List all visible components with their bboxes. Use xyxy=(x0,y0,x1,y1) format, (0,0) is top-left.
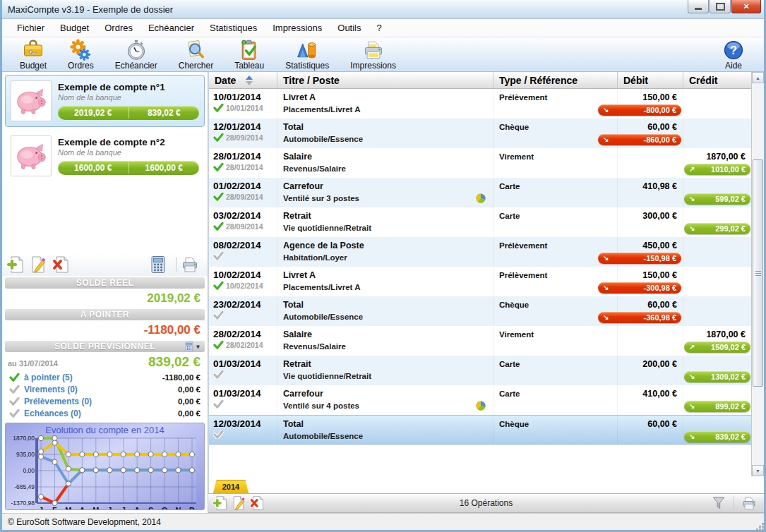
copyright-text: © EuroSoft Software Development, 2014 xyxy=(2,517,161,527)
check-gray-icon[interactable] xyxy=(213,252,224,260)
delete-icon[interactable] xyxy=(249,495,265,511)
table-row[interactable]: 03/02/2014 28/09/2014 Retrait Vie quotid… xyxy=(209,207,751,237)
ventilation-pie-icon xyxy=(476,312,486,322)
check-gray-icon[interactable] xyxy=(213,370,224,379)
table-row[interactable]: 01/03/2014 Carrefour Ventilé sur 4 poste… xyxy=(209,385,751,415)
column-header-debit[interactable]: Débit xyxy=(618,72,683,88)
toolbar-button-ordres[interactable]: Ordres xyxy=(57,38,104,71)
menu-item-outils[interactable]: Outils xyxy=(330,20,369,35)
forecast-value: 0,00 € xyxy=(178,385,201,394)
print-button[interactable] xyxy=(741,495,757,511)
table-row[interactable]: 01/02/2014 28/09/2014 Carrefour Ventilé … xyxy=(209,178,751,207)
check-gray-icon[interactable] xyxy=(213,400,224,409)
help-button[interactable]: ? Aide xyxy=(712,38,755,71)
minimize-button[interactable] xyxy=(688,0,709,13)
column-header-credit[interactable]: Crédit xyxy=(683,72,751,88)
check-green-icon[interactable] xyxy=(213,341,224,349)
accounts-list: Exemple de compte n°1 Nom de la banque 2… xyxy=(2,72,208,183)
debit-amount: 60,00 € xyxy=(647,419,683,430)
toolbar-button-tableau[interactable]: Tableau xyxy=(224,38,275,71)
resize-grip[interactable] xyxy=(759,526,761,528)
check-gray-icon[interactable] xyxy=(213,430,224,439)
column-header-titre[interactable]: Titre / Poste xyxy=(277,72,493,88)
toolbar-button-budget[interactable]: Budget xyxy=(9,38,57,71)
column-header-date[interactable]: Date xyxy=(209,72,277,88)
toolbar-button-statistiques[interactable]: Statistiques xyxy=(275,38,340,71)
add-icon[interactable] xyxy=(6,255,25,274)
edit-icon[interactable] xyxy=(29,255,47,274)
check-gray-icon[interactable] xyxy=(213,311,224,320)
forecast-item[interactable]: Prélèvements (0) 0,00 € xyxy=(2,395,208,407)
funnel-icon[interactable] xyxy=(711,495,726,511)
balance-badge: ↘-360,98 € xyxy=(598,312,681,323)
check-green-icon[interactable] xyxy=(213,163,224,171)
operation-date: 23/02/2014 xyxy=(213,299,277,310)
account-card[interactable]: Exemple de compte n°2 Nom de la banque 1… xyxy=(5,130,205,182)
menu-item-fichier[interactable]: Fichier xyxy=(9,20,52,35)
table-row[interactable]: 08/02/2014 Agence de la Poste Habitation… xyxy=(209,237,751,267)
print-button[interactable] xyxy=(181,255,199,274)
balance-value: 1010,00 € xyxy=(711,165,746,174)
delete-icon[interactable] xyxy=(52,255,70,274)
table-row[interactable]: 23/02/2014 Total Automobile/Essence Chèq… xyxy=(209,296,751,326)
account-card[interactable]: Exemple de compte n°1 Nom de la banque 2… xyxy=(5,75,205,127)
menu-item-budget[interactable]: Budget xyxy=(52,20,97,35)
scroll-up-arrow-icon[interactable]: ▲ xyxy=(752,72,764,83)
search-icon xyxy=(184,39,207,61)
edit-icon[interactable] xyxy=(231,495,246,511)
operation-type: Carte xyxy=(493,385,618,415)
operation-type: Carte xyxy=(493,207,618,237)
table-row[interactable]: 01/03/2014 Retrait Vie quotidienne/Retra… xyxy=(209,356,751,385)
scrollbar-thumb[interactable] xyxy=(753,159,763,387)
scroll-down-arrow-icon[interactable]: ▼ xyxy=(752,465,764,476)
check-green-icon[interactable] xyxy=(213,104,224,112)
vertical-scrollbar[interactable]: ▲ ▼ xyxy=(751,72,764,476)
table-row[interactable]: 12/01/2014 28/09/2014 Total Automobile/E… xyxy=(209,119,751,148)
toolbar-button-impressions[interactable]: Impressions xyxy=(340,38,407,71)
check-gray-icon xyxy=(9,409,20,418)
menu-item-impressions[interactable]: Impressions xyxy=(265,20,330,35)
operation-category: Vie quotidienne/Retrait xyxy=(283,224,371,232)
forecast-item[interactable]: à pointer (5) -1180,00 € xyxy=(2,371,208,383)
menu-item-ordres[interactable]: Ordres xyxy=(97,20,140,35)
check-green-icon[interactable] xyxy=(213,133,224,142)
check-green-icon[interactable] xyxy=(213,222,224,231)
calculator-icon[interactable] xyxy=(149,255,167,274)
balance-badge: ↘-300,98 € xyxy=(598,282,681,294)
table-row[interactable]: 28/02/2014 28/02/2014 Salaire Revenus/Sa… xyxy=(209,326,751,356)
menu-item-statistiques[interactable]: Statistiques xyxy=(202,20,265,35)
ventilation-pie-icon xyxy=(476,282,486,292)
toolbar-button-echancier[interactable]: Echéancier xyxy=(104,38,168,71)
toolbar-button-label: Tableau xyxy=(234,61,264,71)
check-green-icon[interactable] xyxy=(213,282,224,290)
scrollbar-track[interactable] xyxy=(752,83,764,465)
svg-text:O: O xyxy=(162,506,168,510)
table-row[interactable]: 10/02/2014 10/02/2014 Livret A Placement… xyxy=(209,267,751,296)
table-row[interactable]: 28/01/2014 28/01/2014 Salaire Revenus/Sa… xyxy=(209,148,751,178)
toolbar-button-chercher[interactable]: Chercher xyxy=(168,38,224,71)
add-icon[interactable] xyxy=(213,495,228,511)
menu-item-echancier[interactable]: Echéancier xyxy=(140,20,202,35)
operation-category: Ventilé sur 3 postes xyxy=(283,194,359,202)
table-row[interactable]: 12/03/2014 Total Automobile/Essence Chèq… xyxy=(209,415,751,445)
stats-icon xyxy=(296,39,318,61)
ventilation-pie-icon xyxy=(476,223,486,233)
toolbar-button-label: Budget xyxy=(20,61,47,71)
previsionnel-options[interactable]: ▼ xyxy=(184,341,201,351)
forecast-item[interactable]: Echéances (0) 0,00 € xyxy=(2,407,208,419)
table-row[interactable]: 10/01/2014 10/01/2014 Livret A Placement… xyxy=(209,89,751,119)
year-tab[interactable]: 2014 xyxy=(213,480,249,493)
forecast-label: Prélèvements (0) xyxy=(24,397,92,406)
menu-item-?[interactable]: ? xyxy=(369,20,390,35)
account-balances: 1600,00 € 1600,00 € xyxy=(58,161,199,175)
column-header-type[interactable]: Type / Référence xyxy=(493,72,618,88)
arrow-up-icon: ↗ xyxy=(689,341,695,353)
account-bank: Nom de la banque xyxy=(58,148,199,157)
forecast-item[interactable]: Virements (0) 0,00 € xyxy=(2,383,208,395)
check-green-icon[interactable] xyxy=(213,193,224,201)
arrow-down-icon: ↘ xyxy=(603,253,609,264)
close-button[interactable]: ✕ xyxy=(731,0,761,13)
maximize-button[interactable] xyxy=(710,0,731,13)
svg-text:S: S xyxy=(148,506,153,510)
table-toolbar: 16 Opérations xyxy=(208,493,764,513)
